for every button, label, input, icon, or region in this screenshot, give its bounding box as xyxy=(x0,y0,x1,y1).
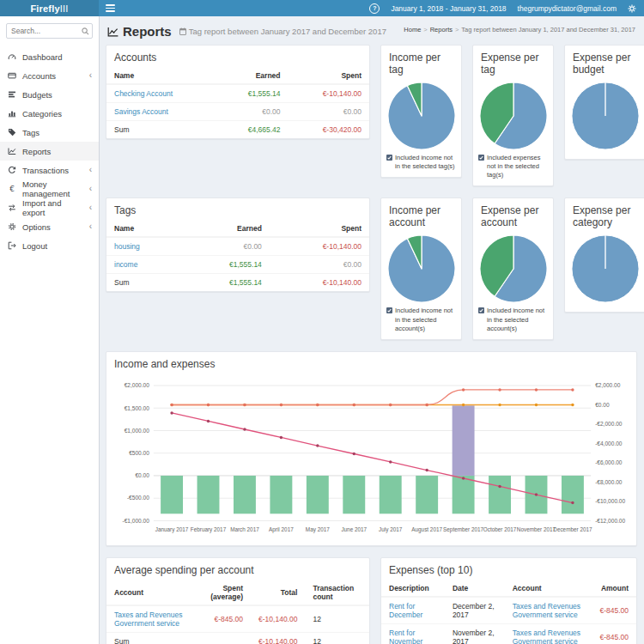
transaction-count: 12 xyxy=(305,605,369,633)
avg-amount xyxy=(195,633,251,644)
col-header: Account xyxy=(106,580,195,605)
account-link[interactable]: Taxes and Revenues Government service xyxy=(513,602,580,619)
sidebar-item-reports[interactable]: Reports xyxy=(0,142,99,161)
expense-link[interactable]: Rent for November xyxy=(389,629,422,644)
euro-icon: € xyxy=(7,185,17,193)
table-row-sum: Sum €-10,140.00 12 xyxy=(106,633,369,644)
breadcrumb-home-link[interactable]: Home xyxy=(404,26,421,33)
earned-amount: €0.00 xyxy=(216,103,288,121)
svg-text:€0.00: €0.00 xyxy=(595,402,610,408)
pie-option: Included income not in the selected tag(… xyxy=(381,154,461,177)
expense-per-tag-box: Expense per tag Included expenses not in… xyxy=(472,45,554,186)
account-link[interactable]: Savings Account xyxy=(114,107,168,116)
sidebar-item-label: Transactions xyxy=(22,166,69,175)
breadcrumb-reports-link[interactable]: Reports xyxy=(430,26,453,33)
income-expenses-box: Income and expenses €2,000.00€1,500.00€1… xyxy=(106,351,637,546)
col-header: Amount xyxy=(592,580,636,597)
sidebar-item-accounts[interactable]: Accounts ‹ xyxy=(0,66,99,85)
search-button[interactable] xyxy=(78,24,92,38)
chevron-left-icon: ‹ xyxy=(89,204,92,212)
breadcrumb: Home>Reports>Tag report between January … xyxy=(404,26,635,33)
svg-text:February 2017: February 2017 xyxy=(191,526,227,533)
date-range-button[interactable]: January 1, 2018 - January 31, 2018 xyxy=(391,4,506,13)
income-per-account-pie-chart xyxy=(386,234,457,304)
chevron-left-icon: ‹ xyxy=(89,185,92,193)
expense-per-tag-pie-chart xyxy=(478,81,549,151)
expense-link[interactable]: Rent for December xyxy=(389,602,422,619)
table-row-sum: Sum €4,665.42 €-30,420.00 xyxy=(106,121,369,139)
settings-gear-icon[interactable] xyxy=(628,4,636,13)
spent-amount: €-10,140.00 xyxy=(289,84,370,103)
sidebar-item-dashboard[interactable]: Dashboard xyxy=(0,47,99,66)
tasks-icon xyxy=(7,90,17,99)
spent-amount: €-10,140.00 xyxy=(270,237,369,256)
expense-per-category-box: Expense per category xyxy=(564,197,644,313)
col-header: Spent xyxy=(270,221,369,237)
search-icon xyxy=(82,27,89,35)
sidebar-item-budgets[interactable]: Budgets xyxy=(0,85,99,104)
sidebar-item-transactions[interactable]: Transactions ‹ xyxy=(0,161,99,179)
earned-amount: €1,555.14 xyxy=(182,274,270,292)
sidebar-item-logout[interactable]: Logout xyxy=(0,236,99,255)
sidebar-item-import-export[interactable]: Import and export ‹ xyxy=(0,198,99,217)
sidebar-toggle-button[interactable] xyxy=(99,0,121,16)
table-row: Rent for NovemberNovember 2, 2017Taxes a… xyxy=(381,624,636,644)
spent-amount: €-10,140.00 xyxy=(270,274,369,292)
col-header: Spent (average) xyxy=(195,580,251,605)
svg-text:November 2017: November 2017 xyxy=(517,526,556,532)
expense-per-category-pie-chart xyxy=(570,234,641,304)
svg-text:-€12,000.00: -€12,000.00 xyxy=(595,517,625,523)
search-input[interactable] xyxy=(7,24,78,38)
svg-text:-€10,000.00: -€10,000.00 xyxy=(595,498,625,504)
sidebar-item-label: Budgets xyxy=(22,90,52,100)
expense-per-account-box: Expense per account Included income not … xyxy=(472,197,554,339)
include-income-checkbox[interactable] xyxy=(386,155,392,161)
account-link[interactable]: Taxes and Revenues Government service xyxy=(114,611,182,628)
sidebar-item-options[interactable]: Options ‹ xyxy=(0,217,99,236)
report-chart-icon xyxy=(107,27,118,37)
avg-amount: €-845.00 xyxy=(195,605,251,633)
account-link[interactable]: Checking Account xyxy=(114,89,173,98)
table-row: Rent for DecemberDecember 2, 2017Taxes a… xyxy=(381,597,636,624)
income-per-tag-box: Income per tag Included income not in th… xyxy=(380,45,462,178)
sidebar-item-tags[interactable]: Tags xyxy=(0,123,99,142)
earned-amount: €1,555.14 xyxy=(182,256,270,274)
help-icon[interactable]: ? xyxy=(369,3,380,14)
sidebar-item-label: Categories xyxy=(22,109,62,118)
pie-option: Included expenses not in the selected ta… xyxy=(473,154,553,185)
include-income-checkbox[interactable] xyxy=(478,307,484,313)
user-email-button[interactable]: thegrumpydictator@gmail.com xyxy=(518,4,617,13)
svg-text:€2,000.00: €2,000.00 xyxy=(595,382,621,388)
expenses-top10-box: Expenses (top 10) Description Date Accou… xyxy=(380,557,637,644)
expense-per-budget-pie-chart xyxy=(570,81,641,151)
table-row-sum: Sum €1,555.14 €-10,140.00 xyxy=(106,274,369,292)
svg-text:January 2017: January 2017 xyxy=(155,526,189,533)
expense-per-budget-box: Expense per budget xyxy=(564,45,644,160)
brand-logo[interactable]: FireflyIII xyxy=(0,0,99,16)
accounts-box: Accounts Name Earned Spent Checking Acco… xyxy=(106,45,370,139)
top-navbar: FireflyIII ? January 1, 2018 - January 3… xyxy=(0,0,644,16)
tag-link[interactable]: income xyxy=(114,260,137,269)
refresh-icon xyxy=(7,166,17,174)
chevron-left-icon: ‹ xyxy=(89,71,92,80)
svg-text:-€4,000.00: -€4,000.00 xyxy=(595,440,623,446)
accounts-table: Name Earned Spent Checking Account €1,55… xyxy=(106,68,369,138)
svg-text:€: € xyxy=(9,185,15,193)
account-link[interactable]: Taxes and Revenues Government service xyxy=(513,629,580,644)
svg-text:April 2017: April 2017 xyxy=(269,526,294,533)
sidebar-item-categories[interactable]: Categories xyxy=(0,104,99,123)
col-header: Name xyxy=(106,68,216,84)
include-expenses-checkbox[interactable] xyxy=(478,155,484,161)
sidebar-item-money-management[interactable]: € Money management ‹ xyxy=(0,179,99,198)
table-row: Savings Account €0.00 €0.00 xyxy=(106,103,369,121)
tag-link[interactable]: housing xyxy=(114,242,140,251)
svg-text:October 2017: October 2017 xyxy=(483,526,517,532)
box-title: Average spending per account xyxy=(106,558,369,580)
total-amount: €-10,140.00 xyxy=(251,605,305,633)
income-expenses-chart: €2,000.00€1,500.00€1,000.00€500.00€0.00-… xyxy=(111,377,632,541)
total-amount: €-10,140.00 xyxy=(251,633,305,644)
include-income-checkbox[interactable] xyxy=(386,307,392,313)
spent-amount: €-30,420.00 xyxy=(289,121,370,139)
expenses-table: Description Date Account Amount Rent for… xyxy=(381,580,636,644)
svg-text:€500.00: €500.00 xyxy=(129,450,149,456)
